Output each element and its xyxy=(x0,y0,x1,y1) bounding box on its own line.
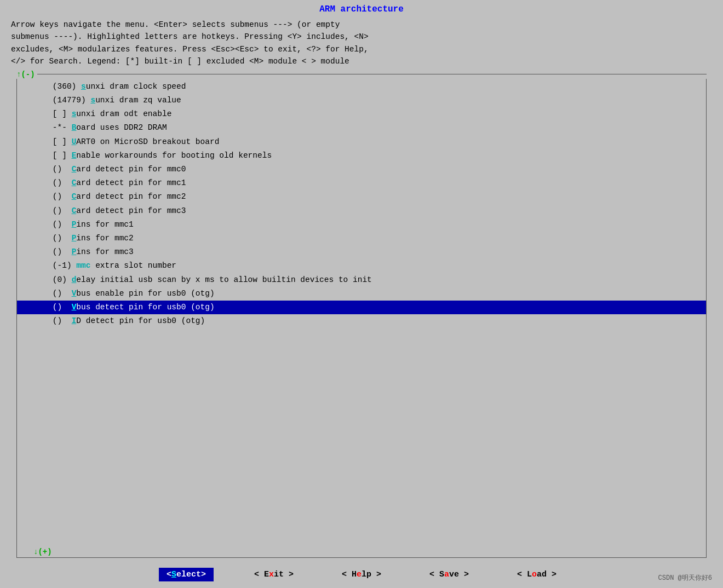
hotkey-char: I xyxy=(72,316,77,325)
btn-help-hotkey: e xyxy=(357,570,362,579)
scroll-down-text: ↓(+) xyxy=(33,547,52,556)
hotkey-char: E xyxy=(72,151,77,160)
help-line: </> for Search. Legend: [*] built-in [ ]… xyxy=(11,55,712,67)
hotkey-char: C xyxy=(72,206,77,215)
watermark: CSDN @明天你好6 xyxy=(658,573,712,583)
menu-item[interactable]: () ID detect pin for usb0 (otg) xyxy=(17,314,706,328)
menu-item[interactable]: () Vbus detect pin for usb0 (otg) xyxy=(17,301,706,314)
hotkey-char: s xyxy=(90,96,95,105)
btn-exit-button[interactable]: < Exit > xyxy=(246,568,301,581)
help-line: excludes, <M> modularizes features. Pres… xyxy=(11,43,712,55)
btn-save-hotkey: a xyxy=(444,570,449,579)
menu-item[interactable]: () Vbus enable pin for usb0 (otg) xyxy=(17,287,706,301)
help-text: Arrow keys navigate the menu. <Enter> se… xyxy=(0,16,723,70)
menu-item[interactable]: () Card detect pin for mmc0 xyxy=(17,163,706,176)
hotkey-char: C xyxy=(72,192,77,201)
border-line xyxy=(37,74,707,74)
menu-item[interactable]: () Pins for mmc3 xyxy=(17,245,706,259)
menu-item[interactable]: () Card detect pin for mmc3 xyxy=(17,204,706,218)
hotkey-char: C xyxy=(72,178,77,187)
scroll-up-text: ↑(-) xyxy=(16,70,35,79)
btn-load-hotkey: o xyxy=(532,570,537,579)
menu-item[interactable]: () Card detect pin for mmc2 xyxy=(17,190,706,204)
hotkey-char: U xyxy=(72,137,77,146)
menu-item[interactable]: () Pins for mmc1 xyxy=(17,218,706,232)
hotkey-char: V xyxy=(72,289,77,298)
hotkey-char: P xyxy=(72,220,77,229)
menu-item[interactable]: -*- Board uses DDR2 DRAM xyxy=(17,121,706,135)
menu-item[interactable]: [ ] Enable workarounds for booting old k… xyxy=(17,149,706,163)
hotkey-char: d xyxy=(72,275,77,284)
help-line: Arrow keys navigate the menu. <Enter> se… xyxy=(11,19,712,31)
hotkey-char: s xyxy=(72,109,77,118)
menu-list[interactable]: (360) sunxi dram clock speed (14779) sun… xyxy=(16,79,707,546)
scroll-up-indicator: ↑(-) xyxy=(16,70,707,79)
bottom-bar: <Select>< Exit >< Help >< Save >< Load >… xyxy=(0,558,723,588)
help-line: submenus ----). Highlighted letters are … xyxy=(11,31,712,43)
btn-load-button[interactable]: < Load > xyxy=(509,568,564,581)
select-button[interactable]: <Select> xyxy=(159,568,214,581)
menu-item[interactable]: (0) delay initial usb scan by x ms to al… xyxy=(17,273,706,287)
menu-item[interactable]: [ ] UART0 on MicroSD breakout board xyxy=(17,135,706,149)
menu-item[interactable]: () Card detect pin for mmc1 xyxy=(17,176,706,190)
hotkey-char: s xyxy=(81,82,86,91)
btn-save-button[interactable]: < Save > xyxy=(422,568,477,581)
menu-item[interactable]: (360) sunxi dram clock speed xyxy=(17,80,706,94)
hotkey-char: V xyxy=(72,303,77,312)
scroll-down-indicator: ↓(+) xyxy=(16,546,707,558)
hotkey-char: P xyxy=(72,247,77,256)
main-content: ↑(-) (360) sunxi dram clock speed (14779… xyxy=(16,70,707,558)
hotkey-char: B xyxy=(72,123,77,132)
menu-item[interactable]: (-1) mmc extra slot number xyxy=(17,259,706,273)
btn-exit-hotkey: x xyxy=(269,570,274,579)
title-bar: ARM architecture xyxy=(0,0,723,16)
menu-item[interactable]: [ ] sunxi dram odt enable xyxy=(17,107,706,121)
hotkey-char: P xyxy=(72,234,77,243)
menu-item[interactable]: () Pins for mmc2 xyxy=(17,232,706,245)
hotkey-char: C xyxy=(72,165,77,174)
mmc-label: mmc xyxy=(76,261,90,270)
btn-help-button[interactable]: < Help > xyxy=(334,568,389,581)
title-text: ARM architecture xyxy=(319,4,404,14)
menu-item[interactable]: (14779) sunxi dram zq value xyxy=(17,94,706,107)
select-hotkey: S xyxy=(171,570,176,579)
